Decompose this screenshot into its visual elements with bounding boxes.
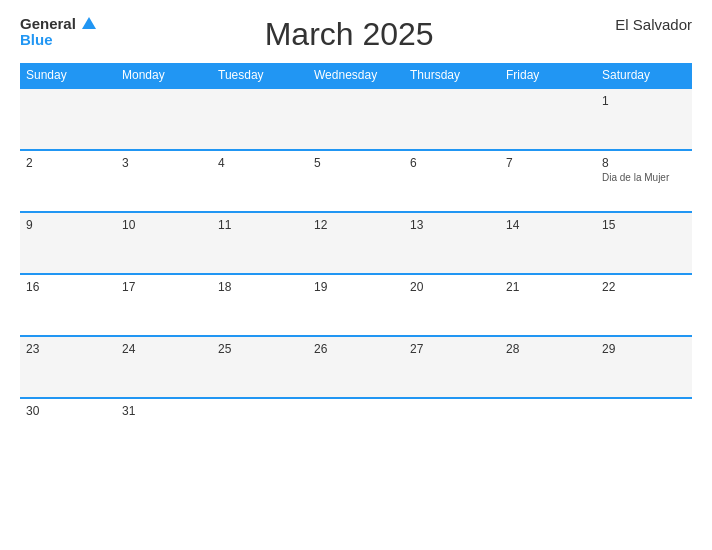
day-number: 1 [602, 94, 686, 108]
logo-line1: General [20, 16, 96, 32]
calendar-cell: 15 [596, 212, 692, 274]
calendar-grid: SundayMondayTuesdayWednesdayThursdayFrid… [20, 63, 692, 460]
day-number: 31 [122, 404, 206, 418]
calendar-cell [596, 398, 692, 460]
weekday-header-tuesday: Tuesday [212, 63, 308, 88]
weekday-header-wednesday: Wednesday [308, 63, 404, 88]
calendar-cell [500, 88, 596, 150]
logo: General Blue [20, 16, 96, 48]
calendar-cell: 20 [404, 274, 500, 336]
day-number: 29 [602, 342, 686, 356]
calendar-cell: 23 [20, 336, 116, 398]
calendar-cell: 6 [404, 150, 500, 212]
calendar-cell: 24 [116, 336, 212, 398]
calendar-cell [212, 88, 308, 150]
day-number: 9 [26, 218, 110, 232]
day-number: 15 [602, 218, 686, 232]
weekday-header-friday: Friday [500, 63, 596, 88]
day-number: 22 [602, 280, 686, 294]
week-row-2: 9101112131415 [20, 212, 692, 274]
logo-general-text: General [20, 15, 76, 32]
day-number: 26 [314, 342, 398, 356]
calendar-cell: 12 [308, 212, 404, 274]
logo-triangle-icon [82, 17, 96, 29]
day-number: 27 [410, 342, 494, 356]
calendar-cell: 16 [20, 274, 116, 336]
calendar-cell: 13 [404, 212, 500, 274]
day-number: 6 [410, 156, 494, 170]
calendar-cell: 14 [500, 212, 596, 274]
day-number: 21 [506, 280, 590, 294]
weekday-header-thursday: Thursday [404, 63, 500, 88]
day-number: 14 [506, 218, 590, 232]
week-row-3: 16171819202122 [20, 274, 692, 336]
calendar-cell: 11 [212, 212, 308, 274]
calendar-weekdays: SundayMondayTuesdayWednesdayThursdayFrid… [20, 63, 692, 88]
day-number: 28 [506, 342, 590, 356]
week-row-1: 2345678Dia de la Mujer [20, 150, 692, 212]
week-row-4: 23242526272829 [20, 336, 692, 398]
weekday-header-monday: Monday [116, 63, 212, 88]
logo-blue-text: Blue [20, 31, 53, 48]
calendar-cell: 10 [116, 212, 212, 274]
calendar-container: General Blue March 2025 El Salvador Sund… [0, 0, 712, 550]
day-number: 16 [26, 280, 110, 294]
calendar-cell [212, 398, 308, 460]
calendar-cell: 30 [20, 398, 116, 460]
day-number: 20 [410, 280, 494, 294]
calendar-cell: 29 [596, 336, 692, 398]
calendar-cell: 25 [212, 336, 308, 398]
calendar-cell: 5 [308, 150, 404, 212]
calendar-cell: 4 [212, 150, 308, 212]
day-number: 10 [122, 218, 206, 232]
calendar-cell: 22 [596, 274, 692, 336]
calendar-header: General Blue March 2025 El Salvador [20, 16, 692, 53]
logo-line2: Blue [20, 32, 96, 48]
day-number: 7 [506, 156, 590, 170]
calendar-cell: 3 [116, 150, 212, 212]
week-row-5: 3031 [20, 398, 692, 460]
weekday-header-sunday: Sunday [20, 63, 116, 88]
calendar-cell: 7 [500, 150, 596, 212]
calendar-cell: 2 [20, 150, 116, 212]
day-number: 3 [122, 156, 206, 170]
day-number: 5 [314, 156, 398, 170]
day-number: 17 [122, 280, 206, 294]
weekday-row: SundayMondayTuesdayWednesdayThursdayFrid… [20, 63, 692, 88]
day-number: 2 [26, 156, 110, 170]
calendar-cell: 19 [308, 274, 404, 336]
day-number: 13 [410, 218, 494, 232]
day-number: 19 [314, 280, 398, 294]
day-number: 25 [218, 342, 302, 356]
day-number: 23 [26, 342, 110, 356]
calendar-cell [116, 88, 212, 150]
calendar-cell: 26 [308, 336, 404, 398]
day-number: 8 [602, 156, 686, 170]
calendar-cell: 31 [116, 398, 212, 460]
calendar-cell: 9 [20, 212, 116, 274]
day-number: 11 [218, 218, 302, 232]
day-number: 24 [122, 342, 206, 356]
calendar-cell: 8Dia de la Mujer [596, 150, 692, 212]
day-number: 4 [218, 156, 302, 170]
calendar-country: El Salvador [602, 16, 692, 33]
calendar-cell [308, 398, 404, 460]
calendar-cell [404, 398, 500, 460]
day-event: Dia de la Mujer [602, 172, 686, 183]
calendar-body: 12345678Dia de la Mujer91011121314151617… [20, 88, 692, 460]
week-row-0: 1 [20, 88, 692, 150]
calendar-cell [20, 88, 116, 150]
calendar-cell: 21 [500, 274, 596, 336]
calendar-cell: 28 [500, 336, 596, 398]
calendar-cell: 1 [596, 88, 692, 150]
calendar-cell: 27 [404, 336, 500, 398]
day-number: 12 [314, 218, 398, 232]
weekday-header-saturday: Saturday [596, 63, 692, 88]
calendar-cell [308, 88, 404, 150]
day-number: 18 [218, 280, 302, 294]
calendar-cell: 17 [116, 274, 212, 336]
calendar-cell [500, 398, 596, 460]
day-number: 30 [26, 404, 110, 418]
calendar-cell: 18 [212, 274, 308, 336]
calendar-title: March 2025 [96, 16, 602, 53]
